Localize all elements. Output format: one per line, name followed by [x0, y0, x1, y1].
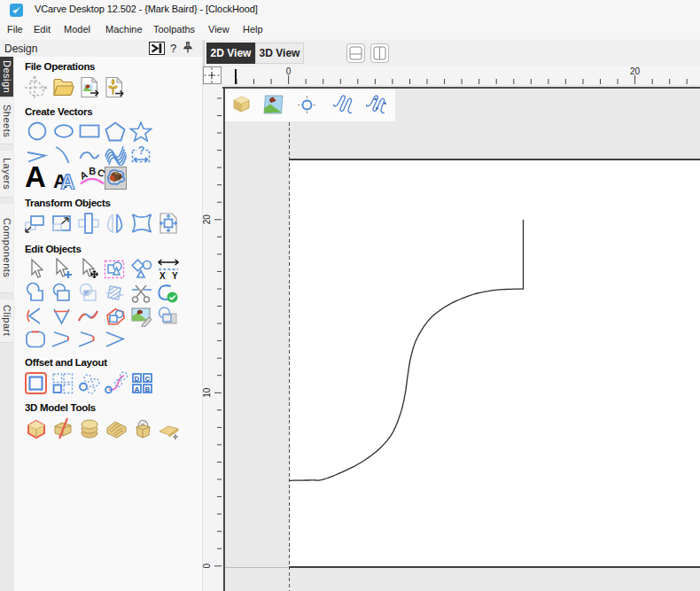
svg-text:C: C: [96, 167, 105, 179]
svg-text:?: ?: [138, 144, 145, 157]
svg-text:20: 20: [630, 66, 641, 76]
svg-text:10: 10: [203, 387, 212, 398]
svg-text:Y: Y: [172, 271, 178, 280]
svg-text:B: B: [145, 385, 151, 393]
svg-text:A: A: [135, 385, 140, 393]
svg-text:0: 0: [203, 564, 212, 569]
svg-text:C: C: [145, 375, 151, 383]
svg-text:A: A: [60, 171, 75, 190]
svg-text:20: 20: [203, 214, 212, 225]
svg-text:0: 0: [286, 66, 292, 76]
svg-text:B: B: [89, 167, 96, 176]
svg-text:D: D: [135, 375, 140, 383]
svg-text:X: X: [159, 271, 166, 280]
